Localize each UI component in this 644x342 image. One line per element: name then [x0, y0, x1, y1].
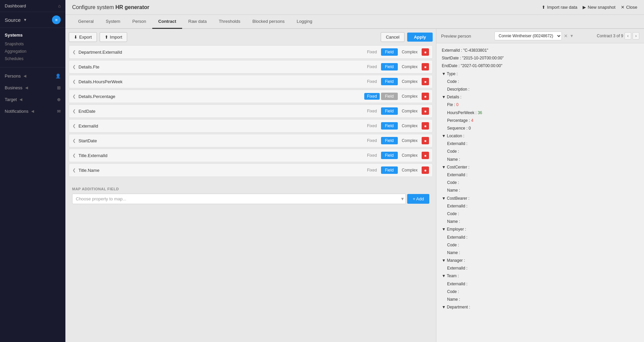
preview-tree-line: ▼ Team : — [442, 272, 639, 280]
business-icon: ⊞ — [57, 85, 61, 90]
apply-button[interactable]: Apply — [407, 33, 433, 42]
field-button[interactable]: Field — [381, 166, 398, 174]
property-select[interactable]: Choose property to map... — [72, 194, 406, 204]
field-mappings-panel: ⬇ Export ⬆ Import Cancel Apply ❮Departme… — [65, 29, 436, 342]
sidebar-item-schedules[interactable]: Schedules — [5, 55, 61, 62]
delete-field-button[interactable]: ■ — [422, 122, 429, 130]
complex-label: Complex — [399, 123, 420, 129]
delete-field-button[interactable]: ■ — [422, 137, 429, 144]
preview-tree-line: Code : — [442, 148, 639, 155]
export-button[interactable]: ⬇ Export — [69, 32, 97, 42]
title-bold: HR generator — [115, 4, 149, 10]
chevron-right-icon: ◀ — [23, 74, 26, 78]
delete-field-button[interactable]: ■ — [422, 152, 429, 159]
business-label: Business — [5, 85, 22, 90]
preview-person-select[interactable]: Connie Wintheiser (00248672) — [494, 32, 562, 40]
fixed-button[interactable]: Fixed — [364, 137, 379, 144]
field-button[interactable]: Field — [381, 107, 398, 115]
sidebar-item-target[interactable]: Target ◀ ⊕ — [0, 94, 65, 105]
fixed-button[interactable]: Fixed — [364, 93, 379, 100]
tree-key: ▼ Location : — [442, 134, 464, 138]
fixed-button[interactable]: Fixed — [364, 167, 379, 174]
close-button[interactable]: ✕ Close — [621, 5, 637, 10]
tree-key: Description : — [447, 87, 470, 92]
export-icon: ⬇ — [74, 35, 77, 40]
field-expand-icon[interactable]: ❮ — [72, 153, 76, 158]
chevron-right-icon-3: ◀ — [19, 97, 22, 102]
field-button[interactable]: Field — [381, 63, 398, 70]
delete-field-button[interactable]: ■ — [422, 78, 429, 85]
next-contract-button[interactable]: › — [633, 32, 639, 40]
add-field-button[interactable]: + Add — [407, 194, 429, 204]
field-row: ❮EndDateFixedFieldComplex■ — [69, 104, 433, 118]
cancel-button[interactable]: Cancel — [381, 32, 404, 42]
field-expand-icon[interactable]: ❮ — [72, 168, 76, 173]
tree-value: 36 — [478, 110, 482, 115]
fixed-button[interactable]: Fixed — [364, 108, 379, 114]
tree-key: ▼ CostCenter : — [442, 165, 470, 169]
tree-key: Fte : — [447, 102, 456, 107]
field-row: ❮StartDateFixedFieldComplex■ — [69, 134, 433, 147]
tree-key: ▼ Department : — [442, 305, 470, 309]
field-button[interactable]: Field — [381, 93, 398, 100]
field-expand-icon[interactable]: ❮ — [72, 124, 76, 128]
sidebar-item-aggregation[interactable]: Aggregation — [5, 48, 61, 55]
import-raw-data-button[interactable]: ⬆ Import raw data — [542, 5, 577, 10]
tab-logging[interactable]: Logging — [291, 15, 318, 29]
delete-field-button[interactable]: ■ — [422, 93, 429, 100]
preview-tree-line: EndDate : "2027-01-08T00:00:00" — [442, 62, 639, 70]
field-expand-icon[interactable]: ❮ — [72, 109, 76, 113]
fixed-button[interactable]: Fixed — [364, 152, 379, 159]
field-row: ❮Department.ExternalIdFixedFieldComplex■ — [69, 45, 433, 59]
preview-panel: Preview person Connie Wintheiser (002486… — [436, 29, 644, 342]
sidebar-item-snapshots[interactable]: Snapshots — [5, 40, 61, 48]
sidebar-item-notifications[interactable]: Notifications ◀ ✉ — [0, 105, 65, 117]
preview-tree: ExternalId : "C-43833801"StartDate : "20… — [436, 43, 644, 342]
preview-tree-line: ▼ CostBearer : — [442, 195, 639, 202]
field-expand-icon[interactable]: ❮ — [72, 50, 76, 54]
delete-field-button[interactable]: ■ — [422, 107, 429, 115]
field-button[interactable]: Field — [381, 78, 398, 85]
fixed-button[interactable]: Fixed — [364, 123, 379, 129]
tab-rawdata[interactable]: Raw data — [182, 15, 213, 29]
field-button[interactable]: Field — [381, 152, 398, 159]
tab-general[interactable]: General — [72, 15, 100, 29]
chevron-right-icon-4: ◀ — [31, 109, 34, 113]
field-name-label: Department.ExternalId — [78, 50, 364, 55]
tree-value: 0 — [469, 126, 471, 131]
fixed-button[interactable]: Fixed — [364, 63, 379, 70]
field-row: ❮Details.PercentageFixedFieldComplex■ — [69, 90, 433, 103]
tab-thresholds[interactable]: Thresholds — [213, 15, 246, 29]
field-expand-icon[interactable]: ❮ — [72, 79, 76, 84]
delete-field-button[interactable]: ■ — [422, 166, 429, 174]
preview-tree-line: Name : — [442, 218, 639, 226]
delete-field-button[interactable]: ■ — [422, 63, 429, 70]
fixed-button[interactable]: Fixed — [364, 78, 379, 85]
new-snapshot-button[interactable]: ▶ New snapshot — [583, 5, 615, 10]
tab-contract[interactable]: Contract — [152, 15, 182, 29]
field-expand-icon[interactable]: ❮ — [72, 64, 76, 69]
field-button[interactable]: Field — [381, 48, 398, 56]
fixed-button[interactable]: Fixed — [364, 49, 379, 55]
field-expand-icon[interactable]: ❮ — [72, 94, 76, 99]
field-button[interactable]: Field — [381, 137, 398, 144]
complex-label: Complex — [399, 63, 420, 70]
complex-label: Complex — [399, 108, 420, 114]
source-avatar: ≡ — [52, 15, 61, 24]
preview-clear-icon[interactable]: ✕ — [564, 33, 568, 39]
field-expand-icon[interactable]: ❮ — [72, 138, 76, 143]
sidebar-item-source[interactable]: Source ▼ ≡ — [0, 12, 65, 28]
delete-field-button[interactable]: ■ — [422, 48, 429, 56]
sidebar-item-business[interactable]: Business ◀ ⊞ — [0, 82, 65, 94]
field-button[interactable]: Field — [381, 122, 398, 130]
complex-label: Complex — [399, 152, 420, 159]
map-additional-title: MAP ADDITIONAL FIELD — [72, 187, 429, 191]
tab-person[interactable]: Person — [126, 15, 152, 29]
tab-blocked_persons[interactable]: Blocked persons — [246, 15, 290, 29]
preview-header: Preview person Connie Wintheiser (002486… — [436, 29, 644, 43]
sidebar-item-persons[interactable]: Persons ◀ 👤 — [0, 70, 65, 82]
import-button[interactable]: ⬆ Import — [100, 32, 127, 42]
tab-system[interactable]: System — [100, 15, 126, 29]
sidebar-item-dashboard[interactable]: Dashboard ⌂ — [0, 0, 65, 12]
prev-contract-button[interactable]: ‹ — [625, 32, 631, 40]
